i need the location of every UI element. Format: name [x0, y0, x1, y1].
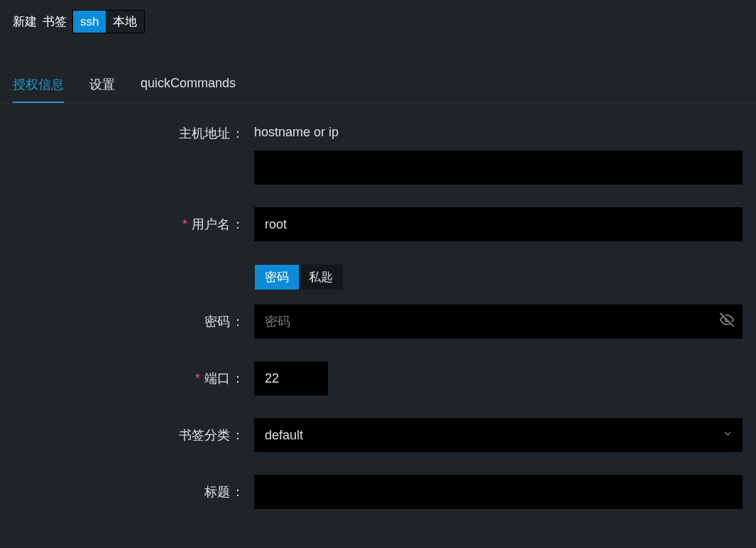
auth-mode-toggle: 密码 私匙	[254, 264, 344, 290]
auth-form: 主机地址： hostname or ip *用户名： 密码 私匙 密码：	[0, 104, 756, 509]
bookmark-label: 书签	[43, 13, 67, 30]
category-label: 书签分类：	[13, 427, 247, 444]
password-row: 密码：	[13, 305, 743, 339]
title-input[interactable]	[254, 475, 743, 509]
eye-off-icon[interactable]	[720, 313, 734, 331]
password-input[interactable]	[254, 305, 743, 339]
host-label: 主机地址：	[13, 125, 247, 142]
host-hint-row: 主机地址： hostname or ip	[13, 125, 743, 142]
auth-mode-password[interactable]: 密码	[255, 265, 299, 290]
host-row	[13, 150, 743, 185]
port-input[interactable]	[254, 361, 328, 395]
username-label: *用户名：	[13, 216, 247, 233]
host-hint: hostname or ip	[254, 125, 339, 140]
port-row: *端口：	[13, 361, 743, 395]
header: 新建 书签 ssh 本地	[0, 0, 756, 43]
title-row: 标题：	[13, 475, 743, 509]
username-row: *用户名：	[13, 207, 743, 241]
tab-quick-commands[interactable]: quickCommands	[141, 69, 236, 103]
auth-mode-private-key[interactable]: 私匙	[299, 265, 343, 290]
category-select[interactable]	[254, 418, 743, 452]
connection-type-toggle: ssh 本地	[72, 10, 145, 33]
conn-type-ssh[interactable]: ssh	[73, 11, 106, 33]
category-value[interactable]	[254, 418, 743, 452]
port-label: *端口：	[13, 370, 247, 387]
tab-settings[interactable]: 设置	[89, 69, 115, 103]
auth-mode-row: 密码 私匙	[13, 264, 743, 305]
host-input[interactable]	[254, 150, 743, 185]
password-label: 密码：	[13, 313, 247, 330]
title-label: 标题：	[13, 483, 247, 500]
tab-auth[interactable]: 授权信息	[13, 69, 64, 103]
conn-type-local[interactable]: 本地	[106, 11, 144, 33]
new-label: 新建	[13, 13, 37, 30]
category-row: 书签分类：	[13, 418, 743, 452]
tab-bar: 授权信息 设置 quickCommands	[0, 69, 756, 104]
username-input[interactable]	[254, 207, 743, 241]
